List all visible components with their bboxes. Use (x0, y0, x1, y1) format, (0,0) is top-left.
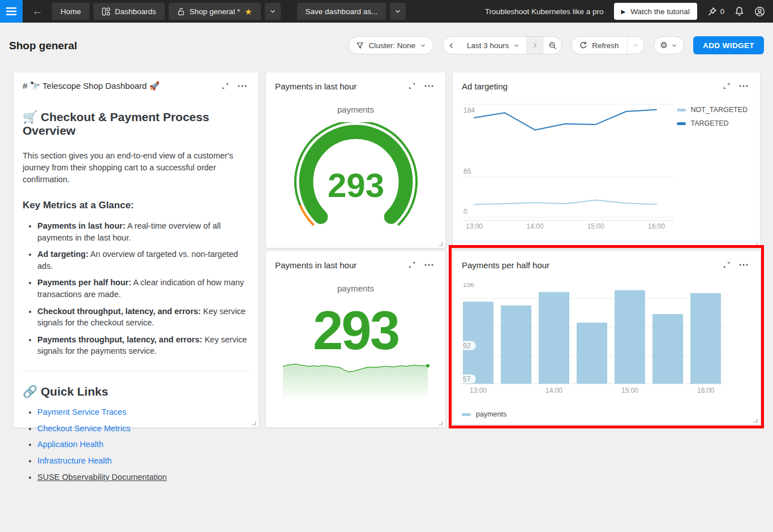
expand-icon (408, 261, 416, 269)
list-item: Payments throughput, latency, and errors… (37, 334, 250, 357)
hamburger-menu-button[interactable] (0, 0, 23, 23)
number-metric-label: payments (266, 284, 445, 293)
payments-big-number: 293 (266, 303, 445, 358)
metrics-list: Payments in last hour: A real-time overv… (23, 220, 250, 357)
svg-text:65: 65 (463, 168, 471, 175)
link-application-health[interactable]: Application Health (37, 440, 104, 449)
user-menu-button[interactable] (754, 6, 765, 17)
widget-markdown-overview: # 🔭 Telescope Shop Dashboard 🚀 🛒 Checkou… (14, 72, 259, 427)
markdown-body: 🛒 Checkout & Payment Process Overview Th… (14, 92, 259, 483)
legend-item[interactable]: NOT_TARGETED (677, 105, 748, 115)
payments-gauge-chart[interactable]: 293 (271, 122, 441, 235)
list-item: Payment Service Traces (37, 406, 250, 418)
expand-icon (723, 261, 731, 269)
pin-count: 0 (720, 7, 724, 16)
divider (23, 371, 250, 371)
link-infrastructure-health[interactable]: Infrastructure Health (37, 456, 111, 465)
list-item: Payments in last hour: A real-time overv… (37, 220, 250, 243)
dashboard-tab-menu-button[interactable] (265, 3, 281, 20)
widget-payments-per-half-hour: Payments per half hour 156925713:0014:00… (453, 251, 760, 424)
svg-text:156: 156 (463, 283, 474, 289)
back-button[interactable]: ← (23, 0, 52, 23)
metric-term: Payments per half hour: (37, 278, 131, 287)
legend-swatch (462, 413, 471, 416)
widget-menu-button[interactable] (735, 259, 752, 271)
time-range-button[interactable]: Last 3 hours (460, 37, 526, 54)
list-item: Checkout throughput, latency, and errors… (37, 306, 250, 329)
metric-term: Checkout throughput, latency, and errors… (37, 307, 201, 316)
svg-text:57: 57 (463, 375, 471, 383)
expand-widget-button[interactable] (217, 80, 234, 92)
save-dashboard-menu-button[interactable] (390, 3, 406, 20)
expand-widget-button[interactable] (403, 80, 420, 92)
time-forward-button[interactable] (526, 37, 543, 54)
resize-handle[interactable] (753, 418, 758, 423)
pinned-items-button[interactable]: 0 (707, 7, 724, 16)
widget-menu-button[interactable] (420, 259, 437, 271)
zoom-out-icon (548, 41, 557, 50)
payments-bar-chart[interactable]: 156925713:0014:0015:0016:00 (461, 283, 741, 399)
widget-title: # 🔭 Telescope Shop Dashboard 🚀 (23, 81, 217, 91)
widget-menu-button[interactable] (735, 80, 752, 92)
resize-handle[interactable] (753, 241, 758, 246)
svg-text:15:00: 15:00 (621, 387, 638, 394)
list-item: Infrastructure Health (37, 455, 250, 466)
chevron-down-icon (671, 42, 677, 49)
widget-menu-button[interactable] (420, 80, 437, 92)
cluster-filter-button[interactable]: Cluster: None (349, 36, 433, 54)
expand-widget-button[interactable] (403, 259, 420, 271)
refresh-icon (579, 41, 587, 49)
metrics-heading: Key Metrics at a Glance: (23, 200, 250, 211)
chevron-left-icon (448, 42, 455, 49)
expand-widget-button[interactable] (718, 80, 735, 92)
nav-tab-home[interactable]: Home (52, 3, 89, 20)
legend-label: TARGETED (691, 119, 729, 127)
list-item: SUSE Observability Documentation (37, 471, 250, 483)
add-widget-button[interactable]: ADD WIDGET (693, 36, 764, 54)
payments-sparkline-chart[interactable] (281, 361, 431, 402)
widget-title: Payments in last hour (275, 81, 403, 91)
svg-text:16:00: 16:00 (697, 387, 714, 394)
chevron-right-icon (531, 42, 539, 49)
time-back-button[interactable] (443, 37, 460, 54)
legend-item[interactable]: TARGETED (677, 118, 748, 128)
nav-tab-shop-general[interactable]: Shop general * ★ (169, 3, 261, 20)
link-payment-service-traces[interactable]: Payment Service Traces (37, 407, 126, 417)
zoom-out-time-button[interactable] (543, 37, 561, 54)
legend-label: NOT_TARGETED (691, 106, 748, 114)
legend-item[interactable]: payments (462, 409, 506, 419)
svg-text:14:00: 14:00 (526, 222, 543, 230)
time-range-label: Last 3 hours (467, 41, 509, 50)
nav-tab-shop-general-label: Shop general * (190, 7, 240, 16)
notifications-button[interactable] (735, 6, 744, 16)
svg-text:15:00: 15:00 (587, 222, 604, 230)
refresh-interval-button[interactable] (627, 37, 644, 54)
watch-tutorial-button[interactable]: ▶ Watch the tutorial (614, 3, 697, 20)
ad-targeting-line-chart[interactable]: 18465013:0014:0015:0016:00 (463, 101, 678, 234)
page-title: Shop general (9, 40, 77, 52)
svg-text:16:00: 16:00 (648, 222, 665, 230)
refresh-button[interactable]: Refresh (572, 37, 626, 54)
favorite-star-icon[interactable]: ★ (244, 7, 252, 16)
widget-menu-button[interactable] (234, 80, 251, 92)
expand-icon (723, 82, 731, 90)
avatar-icon (754, 6, 765, 17)
save-dashboard-as-button[interactable]: Save dashboard as... (297, 3, 386, 20)
widget-title: Payments in last hour (275, 260, 403, 270)
widget-title: Ad targeting (462, 81, 718, 91)
bar-chart-legend: payments (462, 409, 506, 419)
widget-payments-gauge: Payments in last hour payments 293 (266, 72, 445, 248)
resize-handle[interactable] (438, 241, 443, 246)
quick-links-list: Payment Service Traces Checkout Service … (23, 406, 250, 483)
resize-handle[interactable] (438, 421, 443, 426)
nav-tab-dashboards[interactable]: Dashboards (93, 3, 165, 20)
back-arrow-icon: ← (32, 5, 43, 18)
dashboard-settings-button[interactable]: ⚙ (654, 36, 684, 54)
resize-handle[interactable] (251, 421, 256, 426)
link-checkout-service-metrics[interactable]: Checkout Service Metrics (37, 424, 130, 433)
link-suse-observability-docs[interactable]: SUSE Observability Documentation (37, 473, 167, 482)
promo-text: Troubleshoot Kubernetes like a pro (485, 7, 604, 16)
legend-label: payments (476, 410, 506, 418)
refresh-group: Refresh (571, 36, 644, 54)
expand-widget-button[interactable] (718, 259, 735, 271)
